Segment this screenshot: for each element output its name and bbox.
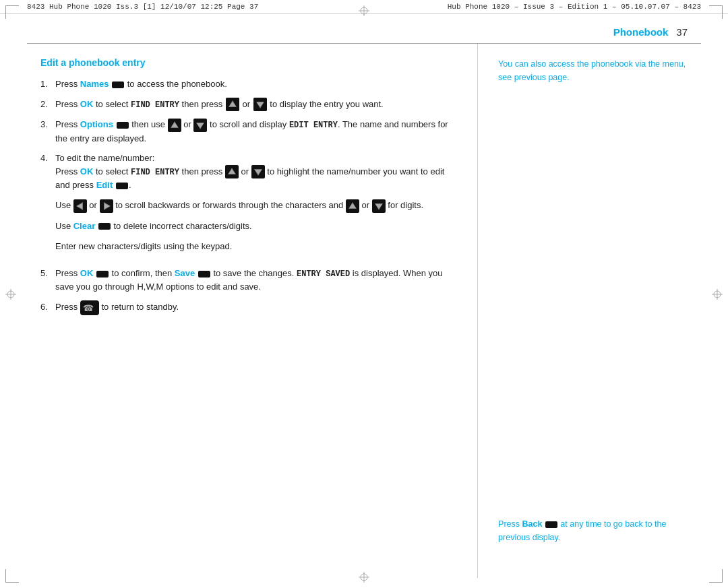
step-5-num: 5. <box>40 267 55 280</box>
step-4-edit-kw: Edit <box>96 180 113 190</box>
step-3-nav-up-icon <box>168 119 181 132</box>
crop-mark-tr <box>709 5 723 19</box>
step-3-edit-entry: EDIT ENTRY <box>289 121 338 130</box>
step-4-nav-up2-icon <box>346 199 359 213</box>
step-1: 1. Press Names to access the phonebook. <box>40 77 457 91</box>
step-6-handset-icon: ☎ <box>80 300 99 315</box>
step-1-names-kw: Names <box>80 79 109 89</box>
step-4-nav-left-icon <box>73 199 87 213</box>
step-3: 3. Press Options then use or to scroll a… <box>40 118 457 145</box>
right-note-bottom: Press Back at any time to go back to the… <box>498 517 688 544</box>
step-4-nav-down-icon <box>251 165 265 178</box>
crop-mark-bl <box>5 569 19 583</box>
step-2-num: 2. <box>40 98 55 111</box>
left-column: Edit a phonebook entry 1. Press Names to… <box>27 44 478 578</box>
step-2-nav-down-icon <box>253 98 267 111</box>
step-4-nav-up-icon <box>225 165 239 178</box>
step-3-softkey <box>117 122 129 129</box>
step-5-ok-kw: OK <box>80 268 94 278</box>
right-column: You can also access the phonebook via th… <box>478 44 701 578</box>
step-2-find-entry: FIND ENTRY <box>131 100 179 110</box>
reg-mark-bottom <box>359 572 369 583</box>
step-5-ok-softkey <box>96 271 109 277</box>
reg-mark-top <box>359 5 369 16</box>
step-4-edit-softkey <box>116 183 128 189</box>
step-2-nav-up-icon <box>226 98 239 111</box>
page-number: 37 <box>676 26 688 38</box>
step-3-nav-down-icon <box>193 119 207 132</box>
step-4-clear-softkey <box>98 223 111 230</box>
content-area: Edit a phonebook entry 1. Press Names to… <box>0 44 728 578</box>
step-5-entry-saved: ENTRY SAVED <box>297 269 350 279</box>
step-4-nav-down2-icon <box>372 199 386 213</box>
step-4-sub-2: Use or to scroll backwards or forwards t… <box>55 199 423 213</box>
step-3-content: Press Options then use or to scroll and … <box>55 118 457 145</box>
step-4-sub-4: Enter new characters/digits using the ke… <box>55 240 232 253</box>
crop-mark-tl <box>5 5 19 19</box>
header-center: Hub Phone 1020 – Issue 3 – Edition 1 – 0… <box>448 3 701 11</box>
step-1-num: 1. <box>40 77 55 91</box>
right-note-top: You can also access the phonebook via th… <box>498 57 688 84</box>
section-heading: Edit a phonebook entry <box>40 57 457 68</box>
step-2: 2. Press OK to select FIND ENTRY then pr… <box>40 98 457 112</box>
step-1-content: Press Names to access the phonebook. <box>55 77 457 91</box>
step-4-sub-3: Use Clear to delete incorrect characters… <box>55 220 252 233</box>
right-bottom-softkey <box>545 521 557 528</box>
step-6-content: Press ☎ to return to standby. <box>55 300 457 315</box>
step-4-content: To edit the name/number: <box>55 152 154 165</box>
right-bottom-back-kw: Back <box>522 519 543 529</box>
step-3-options-kw: Options <box>80 119 113 129</box>
step-4-clear-kw: Clear <box>73 221 96 231</box>
step-6: 6. Press ☎ to return to standby. <box>40 300 457 315</box>
step-2-ok-kw: OK <box>80 99 94 109</box>
header-left: 8423 Hub Phone 1020 Iss.3 [1] 12/10/07 1… <box>27 3 258 11</box>
step-4-ok-kw: OK <box>80 166 94 176</box>
step-4-find-entry: FIND ENTRY <box>131 168 179 177</box>
step-6-num: 6. <box>40 300 55 314</box>
reg-mark-left <box>5 289 16 300</box>
step-5-content: Press OK to confirm, then Save to save t… <box>55 267 457 294</box>
step-5-save-softkey <box>198 271 210 277</box>
svg-text:☎: ☎ <box>83 303 94 313</box>
right-bottom-prefix: Press <box>498 519 522 529</box>
step-1-softkey <box>112 81 124 88</box>
step-3-num: 3. <box>40 118 55 131</box>
step-4-nav-right-icon <box>100 199 113 213</box>
instruction-list: 1. Press Names to access the phonebook. … <box>40 77 457 315</box>
step-4-sub-1: Press OK to select FIND ENTRY then press… <box>55 165 457 193</box>
page-title: Phonebook <box>613 26 669 38</box>
step-4-num: 4. <box>40 152 55 165</box>
page-header: Phonebook 37 <box>0 14 728 43</box>
step-5: 5. Press OK to confirm, then Save to sav… <box>40 267 457 294</box>
step-2-content: Press OK to select FIND ENTRY then press… <box>55 98 457 112</box>
crop-mark-br <box>709 569 723 583</box>
reg-mark-right <box>712 289 723 300</box>
step-5-save-kw: Save <box>175 268 195 278</box>
step-4: 4. To edit the name/number: Press OK to … <box>40 152 457 260</box>
